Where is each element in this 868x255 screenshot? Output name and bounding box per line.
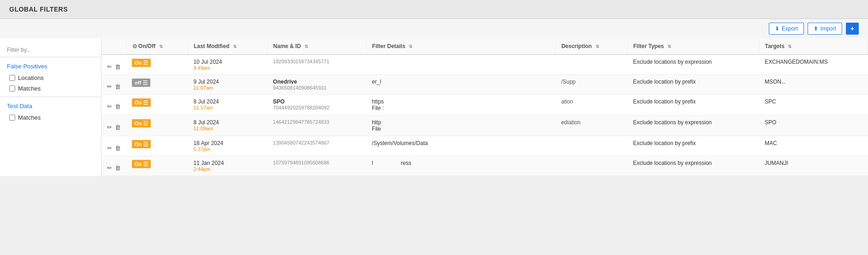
name-id-cell: SPO 70444920259788204092 xyxy=(268,95,366,115)
sort-description-icon[interactable]: ⇅ xyxy=(595,44,599,49)
sidebar-item-false-positives[interactable]: False Positives xyxy=(0,60,101,73)
toggle-cell[interactable]: On xyxy=(126,156,188,176)
targets-value: SPO xyxy=(765,119,776,126)
sort-last-modified-icon[interactable]: ⇅ xyxy=(233,44,237,49)
edit-icon[interactable]: ✏ xyxy=(107,164,112,171)
filter-details-value: er_l xyxy=(372,79,381,85)
toggle-cell[interactable]: On xyxy=(126,55,188,75)
matches-td-label: Matches xyxy=(18,114,41,121)
export-button[interactable]: ⬇ Export xyxy=(769,23,804,35)
targets-value: MSON... xyxy=(765,79,786,85)
col-description[interactable]: Description ⇅ xyxy=(556,38,628,55)
delete-icon[interactable]: 🗑 xyxy=(115,124,121,131)
col-last-modified[interactable]: Last Modified ⇅ xyxy=(188,38,267,55)
time-value: 5:37pm xyxy=(193,146,262,152)
sort-name-id-icon[interactable]: ⇅ xyxy=(304,44,308,49)
page-title-bar: GLOBAL FILTERS xyxy=(0,0,868,19)
sidebar-item-matches-fp[interactable]: Matches xyxy=(0,83,101,94)
filter-type-value: Exclude locations by expression xyxy=(633,119,712,126)
toggle-on[interactable]: On xyxy=(132,119,151,128)
delete-icon[interactable]: 🗑 xyxy=(115,164,121,171)
col-filter-types[interactable]: Filter Types ⇅ xyxy=(628,38,759,55)
id-value: 9436508140908645931 xyxy=(273,85,361,91)
targets-value: SPC xyxy=(765,98,776,105)
table-row: ✏ 🗑 On 18 Apr 2024 5:37pm139045807422435… xyxy=(101,136,868,156)
id-value: 10759794891095608686 xyxy=(273,160,361,165)
sidebar-item-test-data[interactable]: Test Data xyxy=(0,100,101,112)
filter-details-cell: /System/Volumes/Data xyxy=(366,136,555,156)
matches-td-checkbox[interactable] xyxy=(9,115,15,121)
matches-fp-label: Matches xyxy=(18,85,41,92)
on-label: On xyxy=(135,161,142,167)
export-icon: ⬇ xyxy=(775,25,779,32)
edit-icon[interactable]: ✏ xyxy=(107,83,112,90)
name-id-cell: 13904580742243574867 xyxy=(268,136,366,156)
import-button[interactable]: ⬆ Import xyxy=(808,23,842,35)
on-label: On xyxy=(135,141,142,147)
page-title: GLOBAL FILTERS xyxy=(9,6,859,13)
date-cell: 8 Jul 2024 11:17am xyxy=(188,95,267,115)
filter-type-value: Exclude location by prefix xyxy=(633,140,696,146)
toggle-on[interactable]: On xyxy=(132,160,151,168)
actions-cell: ✏ 🗑 xyxy=(101,55,126,75)
description-cell xyxy=(556,55,628,75)
edit-icon[interactable]: ✏ xyxy=(107,63,112,70)
filter-details-cell: l ress xyxy=(366,156,555,176)
sort-targets-icon[interactable]: ⇅ xyxy=(788,44,791,49)
col-on-off[interactable]: ⊙ On/Off ⇅ xyxy=(126,38,188,55)
name-id-cell: Onedrive 9436508140908645931 xyxy=(268,75,366,95)
targets-value: EXCHANGEDOMAIN:MS xyxy=(765,59,828,65)
sidebar-item-matches-td[interactable]: Matches xyxy=(0,112,101,123)
targets-cell: EXCHANGEDOMAIN:MS xyxy=(759,55,868,75)
toggle-on[interactable]: On xyxy=(132,98,151,107)
table-row: ✏ 🗑 On 10 Jul 2024 9:49am182093301597343… xyxy=(101,55,868,75)
col-actions xyxy=(101,38,126,55)
table-row: ✏ 🗑 On 8 Jul 2024 11:09am146421298477857… xyxy=(101,115,868,136)
col-name-id[interactable]: Name & ID ⇅ xyxy=(268,38,366,55)
description-cell xyxy=(556,136,628,156)
description-value: ediation xyxy=(561,119,581,126)
targets-cell: MSON... xyxy=(759,75,868,95)
col-filter-details[interactable]: Filter Details ⇅ xyxy=(366,38,555,55)
on-label: On xyxy=(135,121,142,126)
toggle-on[interactable]: On xyxy=(132,59,151,67)
add-button[interactable]: + xyxy=(846,23,859,35)
edit-icon[interactable]: ✏ xyxy=(107,124,112,131)
sort-filter-types-icon[interactable]: ⇅ xyxy=(667,44,671,49)
name-value: Onedrive xyxy=(273,79,361,85)
delete-icon[interactable]: 🗑 xyxy=(115,83,121,90)
filter-type-value: Exclude locations by expression xyxy=(633,160,712,166)
edit-icon[interactable]: ✏ xyxy=(107,145,112,152)
sort-on-off-icon[interactable]: ⇅ xyxy=(159,44,163,49)
locations-checkbox[interactable] xyxy=(9,75,15,81)
off-label: off xyxy=(135,80,141,85)
delete-icon[interactable]: 🗑 xyxy=(115,63,121,70)
delete-icon[interactable]: 🗑 xyxy=(115,103,121,110)
filter-type-value: Exclude location by prefix xyxy=(633,98,696,105)
toggle-cell[interactable]: On xyxy=(126,115,188,136)
table-row: ✏ 🗑 On 8 Jul 2024 11:17amSPO 70444920259… xyxy=(101,95,868,115)
filter-details-cell: httpFile xyxy=(366,115,555,136)
date-value: 8 Jul 2024 xyxy=(193,119,262,126)
sort-filter-details-icon[interactable]: ⇅ xyxy=(409,44,412,49)
filter-type-cell: Exclude location by prefix xyxy=(628,136,759,156)
toggle-cell[interactable]: off xyxy=(126,75,188,95)
delete-icon[interactable]: 🗑 xyxy=(115,145,121,152)
toggle-cell[interactable]: On xyxy=(126,136,188,156)
time-value: 11:17am xyxy=(193,105,262,110)
targets-cell: SPO xyxy=(759,115,868,136)
toggle-cell[interactable]: On xyxy=(126,95,188,115)
edit-icon[interactable]: ✏ xyxy=(107,103,112,110)
filter-type-value: Exclude locations by expression xyxy=(633,59,712,65)
table-row: ✏ 🗑 On 11 Jan 2024 2:44pm107597948910956… xyxy=(101,156,868,176)
matches-fp-checkbox[interactable] xyxy=(9,85,15,91)
toggle-lines-icon xyxy=(143,162,148,166)
actions-cell: ✏ 🗑 xyxy=(101,156,126,176)
description-value: ation xyxy=(561,98,573,105)
filter-type-cell: Exclude locations by expression xyxy=(628,115,759,136)
toggle-on[interactable]: On xyxy=(132,140,151,148)
targets-cell: JUMANJI xyxy=(759,156,868,176)
col-targets[interactable]: Targets ⇅ xyxy=(759,38,868,55)
sidebar-item-locations[interactable]: Locations xyxy=(0,73,101,83)
toggle-off[interactable]: off xyxy=(132,79,150,87)
